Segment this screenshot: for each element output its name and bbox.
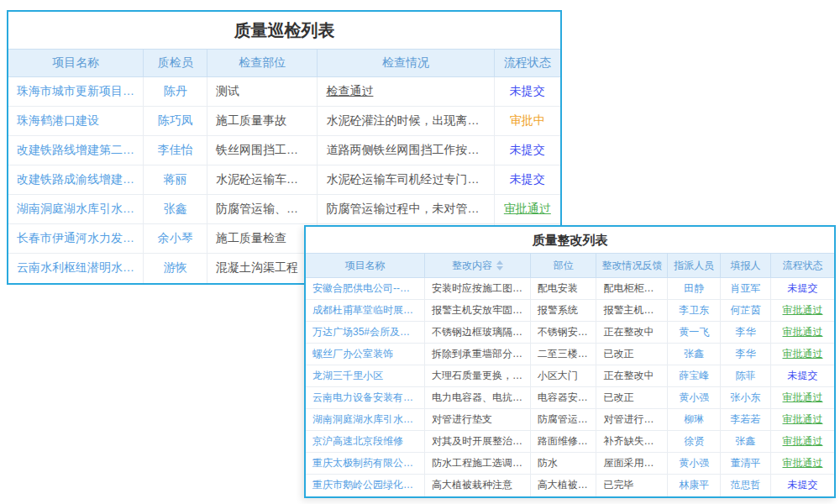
cell-link[interactable]: 改建铁路成渝线增建第... <box>8 165 144 195</box>
table-cell: 水泥砼运输车司机经过专门培训... <box>318 165 494 195</box>
cell-link[interactable]: 董清平 <box>721 453 771 475</box>
column-header-label: 填报人 <box>731 260 761 271</box>
cell-link[interactable]: 张小东 <box>721 387 771 409</box>
cell-link[interactable]: 黄小强 <box>668 453 721 475</box>
cell-link[interactable]: 李佳怡 <box>144 136 207 165</box>
cell-link[interactable]: 万达广场35#会所及咖啡厅空... <box>306 322 425 344</box>
cell-link[interactable]: 肖亚军 <box>721 278 771 300</box>
cell-link[interactable]: 范思哲 <box>721 475 771 496</box>
table-row: 珠海鹤港口建设陈巧凤施工质量事故水泥砼灌注的时候，出现离析现象审批中 <box>8 107 560 136</box>
status-badge: 审批通过 <box>770 387 834 409</box>
column-header: 指派人员 <box>668 254 721 278</box>
column-header-label: 流程状态 <box>504 55 551 69</box>
cell-link[interactable]: 黄一飞 <box>668 322 721 344</box>
column-header: 部位 <box>530 254 596 278</box>
column-header-label: 整改内容 <box>452 260 492 271</box>
cell-link[interactable]: 李若若 <box>721 409 771 431</box>
column-header-label: 检查情况 <box>382 55 429 69</box>
cell-link[interactable]: 长春市伊通河水力发电... <box>8 224 144 254</box>
cell-link[interactable]: 李华 <box>721 322 771 344</box>
cell-link[interactable]: 京沪高速北京段维修 <box>306 431 425 453</box>
table-cell: 不锈钢安装... <box>530 322 596 344</box>
cell-link[interactable]: 湖南洞庭湖水库引水工... <box>8 195 144 224</box>
status-badge: 审批通过 <box>770 409 834 431</box>
cell-link[interactable]: 徐贤 <box>668 431 721 453</box>
cell-link[interactable]: 黄小强 <box>668 387 721 409</box>
rectification-table-card: 质量整改列表 项目名称整改内容部位整改情况反馈指派人员填报人流程状态安徽合肥供电… <box>304 225 836 498</box>
table-cell: 电容器安装... <box>530 387 596 409</box>
cell-link[interactable]: 珠海市城市更新项目紫... <box>8 77 144 107</box>
cell-link[interactable]: 田静 <box>668 278 721 300</box>
cell-link[interactable]: 成都杜甫草堂临时展厅独立展... <box>306 300 425 322</box>
status-badge: 未提交 <box>494 77 560 107</box>
cell-link[interactable]: 陈丹 <box>144 77 207 107</box>
table-cell: 施工质量检查 <box>207 224 318 254</box>
header-row: 项目名称整改内容部位整改情况反馈指派人员填报人流程状态 <box>306 254 834 278</box>
status-badge: 审批通过 <box>770 431 834 453</box>
table-cell: 屋面采用聚氯... <box>596 453 668 475</box>
cell-link[interactable]: 李卫东 <box>668 300 721 322</box>
status-badge: 审批中 <box>494 107 560 136</box>
cell-link[interactable]: 云南水利枢纽潜明水库... <box>8 254 144 283</box>
rectification-grid: 项目名称整改内容部位整改情况反馈指派人员填报人流程状态安徽合肥供电公司--配电设… <box>306 253 834 496</box>
column-header: 项目名称 <box>306 254 425 278</box>
cell-link[interactable]: 螺丝厂办公室装饰 <box>306 344 425 365</box>
cell-link[interactable]: 张鑫 <box>144 195 207 224</box>
cell-link[interactable]: 云南电力设备安装有限公司20... <box>306 387 425 409</box>
column-header-label: 部位 <box>554 260 574 271</box>
table-cell: 小区大门 <box>530 365 596 387</box>
cell-link[interactable]: 陈菲 <box>721 365 771 387</box>
table-cell: 路面维修检... <box>530 431 596 453</box>
cell-link[interactable]: 重庆市鹅岭公园绿化景观提升... <box>306 475 425 496</box>
table-cell: 水泥砼运输车检查 <box>207 165 318 195</box>
status-badge: 未提交 <box>494 165 560 195</box>
cell-link[interactable]: 珠海鹤港口建设 <box>8 107 144 136</box>
column-header: 整改情况反馈 <box>596 254 668 278</box>
column-header-label: 质检员 <box>158 55 193 69</box>
cell-link[interactable]: 薛宝峰 <box>668 365 721 387</box>
column-header: 项目名称 <box>8 50 144 77</box>
column-header-label: 检查部位 <box>239 55 286 69</box>
status-badge: 审批通过 <box>494 195 560 224</box>
table-cell: 对管进行垫支 <box>596 409 668 431</box>
table-cell: 防水 <box>530 453 596 475</box>
cell-link[interactable]: 张鑫 <box>668 344 721 365</box>
table-cell: 测试 <box>207 77 318 107</box>
table-row: 龙湖三千里小区大理石质量更换，12月31日之...小区大门正在整改中薛宝峰陈菲未… <box>306 365 834 387</box>
table-cell: 已改正 <box>596 387 668 409</box>
cell-link[interactable]: 张鑫 <box>721 431 771 453</box>
sort-icon[interactable] <box>496 260 503 270</box>
column-header-label: 项目名称 <box>345 260 386 271</box>
cell-link[interactable]: 柳琳 <box>668 409 721 431</box>
table-row: 重庆市鹅岭公园绿化景观提升...高大植被栽种注意高大植被栽种已完毕林康平范思哲未… <box>306 475 834 496</box>
cell-link[interactable]: 李华 <box>721 344 771 365</box>
cell-link[interactable]: 安徽合肥供电公司--配电设备... <box>306 278 425 300</box>
cell-link[interactable]: 湖南洞庭湖水库引水工程施工标 <box>306 409 425 431</box>
table-cell: 补齐缺失标志... <box>596 431 668 453</box>
table-cell: 对其及时开展整治措施，桥头... <box>425 431 531 453</box>
table-row: 成都杜甫草堂临时展厅独立展...报警主机安放牢固，线缆连接...报警系统报警主机… <box>306 300 834 322</box>
table-cell: 道路两侧铁丝网围挡工作按设计... <box>318 136 494 165</box>
column-header: 流程状态 <box>770 254 834 278</box>
cell-link[interactable]: 龙湖三千里小区 <box>306 365 425 387</box>
table-row: 京沪高速北京段维修对其及时开展整治措施，桥头...路面维修检...补齐缺失标志.… <box>306 431 834 453</box>
table-cell: 混凝土沟渠工程 <box>207 254 318 283</box>
column-header[interactable]: 整改内容 <box>425 254 531 278</box>
column-header: 填报人 <box>721 254 771 278</box>
cell-link[interactable]: 何芷茵 <box>721 300 771 322</box>
cell-link[interactable]: 陈巧凤 <box>144 107 207 136</box>
status-badge: 审批通过 <box>770 300 834 322</box>
header-row: 项目名称质检员检查部位检查情况流程状态 <box>8 50 560 77</box>
table-cell: 防腐管运输过程中，未对管进行... <box>318 195 494 224</box>
cell-link[interactable]: 重庆太极制药有限公司亳州中... <box>306 453 425 475</box>
table-cell: 铁丝网围挡工作检查 <box>207 136 318 165</box>
table-cell: 防腐管运输、布管 <box>207 195 318 224</box>
cell-link[interactable]: 余小琴 <box>144 224 207 254</box>
rectification-table-title: 质量整改列表 <box>306 227 834 253</box>
cell-link[interactable]: 改建铁路线增建第二线... <box>8 136 144 165</box>
cell-link[interactable]: 游恢 <box>144 254 207 283</box>
cell-link[interactable]: 林康平 <box>668 475 721 496</box>
cell-link[interactable]: 蒋丽 <box>144 165 207 195</box>
column-header: 流程状态 <box>494 50 560 77</box>
status-badge: 审批通过 <box>770 344 834 365</box>
